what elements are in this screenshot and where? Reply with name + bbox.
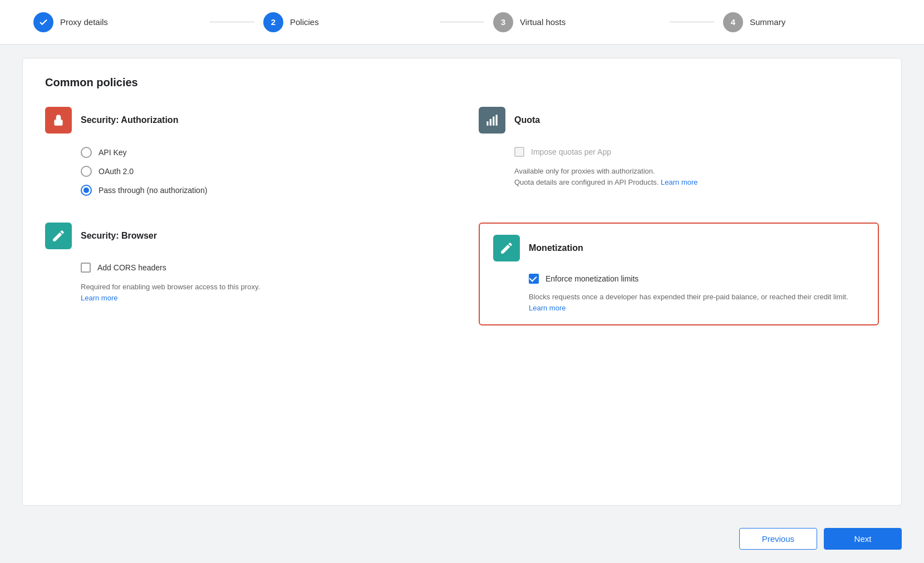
auth-radio-group: API Key OAuth 2.0 Pass through (no autho… [81, 147, 445, 196]
step-2-circle: 2 [263, 12, 283, 32]
cors-helper-text: Required for enabling web browser access… [81, 282, 445, 303]
policies-card: Common policies Security: Authorization [22, 58, 902, 506]
quota-checkbox-label: Impose quotas per App [531, 147, 611, 156]
quota-helper-text: Available only for proxies with authoriz… [514, 166, 879, 187]
quota-title: Quota [514, 115, 540, 125]
step-3-label: Virtual hosts [520, 17, 566, 27]
main-content: Common policies Security: Authorization [0, 45, 924, 519]
step-proxy-details[interactable]: Proxy details [33, 12, 201, 32]
step-1-label: Proxy details [60, 17, 108, 27]
radio-api-key[interactable]: API Key [81, 147, 445, 158]
monetization-learn-more[interactable]: Learn more [529, 304, 566, 312]
svg-rect-1 [486, 121, 488, 126]
monetization-checkbox-option[interactable]: Enforce monetization limits [529, 274, 864, 284]
pencil-icon [51, 229, 66, 243]
monetization-helper-text: Blocks requests once a developer has exp… [529, 292, 864, 313]
monetization-pencil-icon [499, 241, 514, 255]
quota-header: Quota [479, 107, 879, 134]
radio-oauth-circle [81, 166, 92, 177]
svg-rect-3 [493, 117, 494, 126]
radio-pass-through[interactable]: Pass through (no authorization) [81, 185, 445, 196]
step-2-label: Policies [290, 17, 319, 27]
step-divider-3 [670, 22, 714, 22]
step-divider-2 [440, 22, 484, 22]
step-4-label: Summary [750, 17, 785, 27]
step-1-circle [33, 12, 53, 32]
svg-rect-4 [496, 115, 498, 126]
radio-pass-through-inner [83, 187, 89, 193]
policy-grid: Security: Authorization API Key OAuth 2.… [45, 107, 879, 325]
monetization-checkbox [529, 274, 539, 284]
cors-checkbox-option[interactable]: Add CORS headers [81, 263, 445, 273]
security-auth-icon-bg [45, 107, 72, 134]
step-summary[interactable]: 4 Summary [723, 12, 891, 32]
step-4-circle: 4 [723, 12, 743, 32]
stepper: Proxy details 2 Policies 3 Virtual hosts… [0, 0, 924, 45]
monetization-box: Monetization Enforce monetization limits… [479, 223, 879, 325]
monetization-checkbox-label: Enforce monetization limits [545, 274, 638, 283]
cors-learn-more[interactable]: Learn more [81, 294, 117, 302]
security-browser-section: Security: Browser Add CORS headers Requi… [45, 223, 445, 325]
step-divider-1 [210, 22, 254, 22]
lock-icon [51, 113, 66, 127]
svg-rect-0 [54, 120, 62, 126]
monetization-icon-bg [493, 235, 520, 261]
previous-button[interactable]: Previous [739, 528, 817, 550]
security-browser-title: Security: Browser [81, 231, 157, 241]
monetization-header: Monetization [493, 235, 864, 261]
security-browser-header: Security: Browser [45, 223, 445, 249]
cors-checkbox [81, 263, 91, 273]
card-title: Common policies [45, 76, 879, 89]
next-button[interactable]: Next [824, 528, 902, 550]
radio-pass-through-circle [81, 185, 92, 196]
radio-api-key-label: API Key [99, 148, 127, 157]
step-virtual-hosts[interactable]: 3 Virtual hosts [493, 12, 661, 32]
radio-oauth-label: OAuth 2.0 [99, 167, 134, 176]
monetization-title: Monetization [529, 243, 583, 253]
quota-icon-bg [479, 107, 505, 134]
step-3-circle: 3 [493, 12, 513, 32]
quota-section: Quota Impose quotas per App Available on… [479, 107, 879, 196]
radio-pass-through-label: Pass through (no authorization) [99, 186, 207, 195]
step-policies[interactable]: 2 Policies [263, 12, 431, 32]
cors-checkbox-label: Add CORS headers [97, 263, 166, 272]
footer: Previous Next [0, 519, 924, 563]
radio-api-key-circle [81, 147, 92, 158]
quota-checkbox [514, 147, 524, 157]
security-auth-title: Security: Authorization [81, 115, 178, 125]
radio-oauth[interactable]: OAuth 2.0 [81, 166, 445, 177]
monetization-section: Monetization Enforce monetization limits… [479, 223, 879, 325]
quota-icon [485, 113, 499, 127]
svg-rect-2 [490, 119, 492, 126]
security-auth-header: Security: Authorization [45, 107, 445, 134]
quota-checkbox-option[interactable]: Impose quotas per App [514, 147, 879, 157]
quota-learn-more[interactable]: Learn more [661, 178, 697, 186]
security-browser-icon-bg [45, 223, 72, 249]
security-auth-section: Security: Authorization API Key OAuth 2.… [45, 107, 445, 196]
